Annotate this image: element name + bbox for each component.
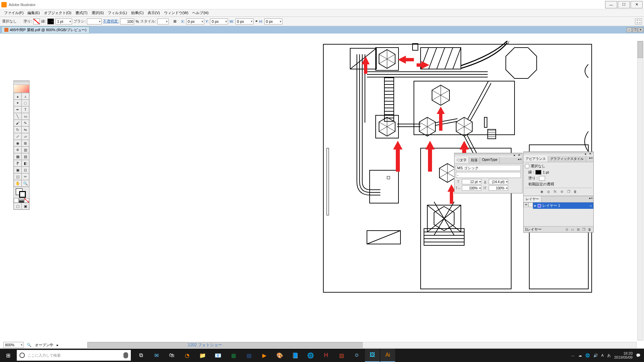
live-paint-tool[interactable]: ▣ <box>14 167 21 173</box>
appearance-check[interactable] <box>525 164 529 168</box>
font-size-input[interactable]: 12 pt <box>462 179 481 184</box>
mesh-tool[interactable]: ▦ <box>14 153 21 160</box>
horizontal-scrollbar[interactable] <box>87 342 637 348</box>
pencil-tool[interactable]: ✎ <box>21 120 29 126</box>
tray-ime-icon[interactable]: A <box>601 353 604 357</box>
menu-edit[interactable]: 編集(E) <box>25 10 42 16</box>
fill-swatch[interactable] <box>33 18 40 24</box>
add-effect-icon[interactable]: fx <box>553 189 557 194</box>
menu-effect[interactable]: 効果(C) <box>129 10 146 16</box>
appearance-fill-swatch[interactable] <box>539 176 545 181</box>
tab-opentype[interactable]: OpenType <box>480 157 500 163</box>
h-input[interactable]: 0 px <box>264 18 282 24</box>
task-view-icon[interactable]: ⧉ <box>133 349 148 362</box>
taskbar-app-word[interactable]: ▤ <box>241 349 256 362</box>
menu-view[interactable]: 表示(V) <box>146 10 162 16</box>
tab-appearance[interactable]: アピアランス <box>524 156 548 162</box>
layers-panel[interactable]: レイヤー ▸≡ 👁 ▸ レイヤー 1 ○ 1レイヤー ⊙ ▭ ⊞ ❐ 🗑 <box>523 196 594 233</box>
tab-paragraph[interactable]: 段落 <box>469 157 480 163</box>
taskbar-app-notes[interactable]: 📘 <box>288 349 303 362</box>
hand-tool[interactable]: ✋ <box>14 180 21 187</box>
taskbar-app-media[interactable]: ▶ <box>257 349 272 362</box>
menu-window[interactable]: ウィンドウ(W) <box>162 10 191 16</box>
tray-network-icon[interactable]: 🌐 <box>585 353 590 358</box>
direct-selection-tool[interactable]: ▵ <box>21 93 29 100</box>
font-style-input[interactable] <box>456 172 521 178</box>
panel-options-icon[interactable]: ▸≡ <box>518 157 522 161</box>
menu-object[interactable]: オブジェクト(O) <box>42 10 73 16</box>
free-transform-tool[interactable]: ⊞ <box>21 140 29 146</box>
selection-tool[interactable]: ▴ <box>14 93 21 100</box>
w-input[interactable]: 0 px <box>235 18 254 24</box>
clear-icon[interactable]: ⊘ <box>559 189 564 194</box>
taskbar-app-mail2[interactable]: 📧 <box>211 349 225 362</box>
layer-lock-icon[interactable] <box>528 202 533 207</box>
locate-icon[interactable]: ⊙ <box>565 227 569 232</box>
screen-mode-normal[interactable]: ▢ <box>14 203 21 209</box>
line-tool[interactable]: ╲ <box>14 113 21 120</box>
maximize-button[interactable]: ☐ <box>618 1 630 8</box>
gradient-tool[interactable]: ▨ <box>21 153 29 160</box>
new-stroke-icon[interactable]: ◎ <box>546 189 551 194</box>
panel-close-icon[interactable]: ✕ <box>517 153 522 157</box>
fill-stroke-control[interactable] <box>14 187 29 198</box>
tray-volume-icon[interactable]: 🔊 <box>593 353 598 358</box>
stroke-swatch[interactable] <box>47 18 54 24</box>
eyedropper-tool[interactable]: ⁋ <box>14 160 21 167</box>
taskbar-app-photo[interactable]: 🖼 <box>365 349 380 362</box>
stroke-weight-input[interactable]: 1 pt <box>55 18 72 24</box>
mic-icon[interactable] <box>123 352 128 358</box>
menu-select[interactable]: 選択(S) <box>90 10 106 16</box>
reflect-tool[interactable]: ⇋ <box>21 126 29 133</box>
taskbar-app-dev[interactable]: ⛭ <box>350 349 364 362</box>
layer-visibility-icon[interactable]: 👁 <box>524 202 528 207</box>
opacity-input[interactable] <box>120 18 134 24</box>
taskbar-app-explorer[interactable]: 📁 <box>195 349 210 362</box>
type-tool[interactable]: T <box>21 106 29 113</box>
tray-notifications-icon[interactable]: 💬 <box>636 353 641 358</box>
tab-layers[interactable]: レイヤー <box>524 196 541 202</box>
doc-restore-button[interactable]: ❐ <box>632 27 638 32</box>
taskbar-app-mail[interactable]: ✉ <box>149 349 164 362</box>
tab-graphic-styles[interactable]: グラフィックスタイル <box>548 156 586 162</box>
layer-item[interactable]: ▸ レイヤー 1 ○ <box>533 202 593 209</box>
start-button[interactable]: ⊞ <box>0 349 16 362</box>
y-input[interactable]: 0 px <box>210 18 228 24</box>
font-family-input[interactable] <box>456 165 521 171</box>
taskbar-app-illustrator[interactable]: Ai <box>380 349 395 362</box>
new-sublayer-icon[interactable]: ⊞ <box>576 227 581 232</box>
scale-tool[interactable]: ⤢ <box>14 133 21 140</box>
taskbar-app-store[interactable]: 🛍 <box>164 349 179 362</box>
make-clip-icon[interactable]: ▭ <box>570 227 575 232</box>
duplicate-icon[interactable]: ❐ <box>566 189 571 194</box>
graph-tool[interactable]: ▥ <box>21 146 29 153</box>
close-button[interactable]: ✕ <box>631 1 643 8</box>
delete-icon[interactable]: 🗑 <box>573 189 578 194</box>
doc-minimize-button[interactable]: – <box>627 27 632 32</box>
zoom-tool[interactable]: 🔍 <box>21 180 29 187</box>
minimize-button[interactable]: — <box>605 1 617 8</box>
align-icon[interactable]: ⊞ <box>173 19 176 23</box>
style-combo[interactable] <box>157 18 169 24</box>
crop-tool[interactable]: ⊡ <box>21 167 29 173</box>
panel-menu-icon[interactable]: ▸ <box>583 152 588 156</box>
taskbar-app-excel[interactable]: ▦ <box>226 349 241 362</box>
taskbar-app-paint[interactable]: 🎨 <box>272 349 287 362</box>
magic-wand-tool[interactable]: ✦ <box>14 100 21 106</box>
pen-tool[interactable]: ✒ <box>14 106 21 113</box>
menu-type[interactable]: 書式(T) <box>73 10 90 16</box>
tray-clock[interactable]: 18:20 2019/05/09 <box>614 351 633 359</box>
delete-layer-icon[interactable]: 🗑 <box>587 227 592 232</box>
appearance-stroke-swatch[interactable] <box>535 170 541 175</box>
link-wh-icon[interactable]: ⚭ <box>255 19 258 23</box>
tab-character[interactable]: ◇文字 <box>454 157 469 163</box>
panel-options-icon[interactable]: ▸≡ <box>589 196 593 200</box>
doc-setup-icon[interactable]: ⛶ <box>635 18 642 24</box>
eraser-tool[interactable]: ◫ <box>14 173 21 180</box>
taskbar-app-chrome[interactable]: 🌐 <box>303 349 318 362</box>
brush-combo[interactable] <box>87 18 102 24</box>
symbol-sprayer-tool[interactable]: ✲ <box>14 146 21 153</box>
vscale-input[interactable]: 100% <box>489 185 508 191</box>
new-layer-icon[interactable]: ❐ <box>582 227 586 232</box>
zoom-combo[interactable]: 800% <box>3 342 23 348</box>
